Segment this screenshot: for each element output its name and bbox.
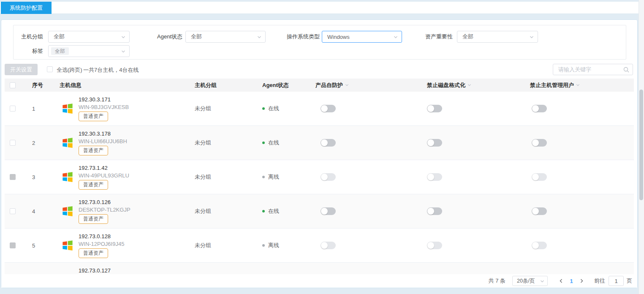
table-header: 序号 主机信息 主机分组 Agent状态 产品自防护 禁止磁盘格式化 禁止主机管…	[5, 79, 634, 92]
toggle-disk-format[interactable]	[427, 105, 442, 112]
chevron-down-icon	[121, 35, 126, 40]
chevron-down-icon[interactable]	[576, 83, 580, 87]
table-row: 5192.73.0.128WIN-12POJ6I9J45普通资产未分组离线	[5, 229, 634, 263]
header-host-info: 主机信息	[60, 82, 82, 89]
toolbar: 开关设置 全选(跨页) 一共7台主机，4台在线	[1, 64, 637, 75]
tag-select[interactable]: 全部	[48, 45, 130, 57]
search-input[interactable]	[553, 64, 633, 75]
select-all-label: 全选(跨页)	[57, 66, 82, 74]
toggle-admin-user[interactable]	[532, 173, 547, 181]
host-name: WIN-9BJ3GVJKESB	[79, 104, 129, 110]
header-index: 序号	[32, 82, 43, 89]
toggle-self-protection[interactable]	[321, 207, 336, 215]
row-index: 5	[32, 242, 35, 249]
chevron-down-icon[interactable]	[345, 83, 349, 87]
row-index: 4	[32, 208, 35, 215]
status-dot	[262, 176, 265, 178]
chevron-left-icon	[559, 278, 564, 283]
table-row: 6192.73.0.127WIN-GACV9QB8QBC普通资产未分组离线	[5, 263, 634, 275]
table-body: 1192.30.3.171WIN-9BJ3GVJKESB普通资产未分组在线219…	[5, 92, 634, 275]
status-dot	[262, 107, 265, 110]
host-group-filter-label: 主机分组	[19, 33, 43, 41]
next-page-button[interactable]	[577, 276, 586, 286]
header-self-protection: 产品自防护	[315, 82, 343, 89]
host-group-select[interactable]: 全部	[48, 31, 130, 43]
toggle-self-protection[interactable]	[321, 242, 336, 249]
asset-importance-filter-label: 资产重要性	[420, 33, 453, 41]
page-size-select[interactable]: 20条/页	[512, 276, 548, 286]
search-icon[interactable]	[623, 66, 630, 73]
select-all-cross-page-checkbox[interactable]	[47, 66, 53, 72]
row-checkbox[interactable]	[10, 140, 16, 146]
host-name: DESKTOP-TL2KGJP	[79, 207, 130, 213]
row-index: 2	[32, 140, 35, 146]
toggle-self-protection[interactable]	[321, 139, 336, 147]
agent-status-select-value: 全部	[191, 33, 202, 41]
table-row: 2192.30.3.178WIN-LUI66UJU6BH普通资产未分组在线	[5, 126, 634, 160]
row-checkbox[interactable]	[10, 106, 16, 112]
asset-type-badge: 普通资产	[79, 248, 108, 258]
page-size-value: 20条/页	[517, 278, 535, 285]
host-group-select-value: 全部	[54, 33, 65, 41]
main-panel: 主机分组 全部 Agent状态 全部 操作系统类型 Windows 资产重要性 …	[1, 19, 638, 288]
host-group: 未分组	[195, 207, 211, 215]
header-host-group: 主机分组	[195, 82, 217, 89]
chevron-down-icon	[121, 49, 126, 54]
agent-status: 在线	[268, 105, 279, 112]
row-checkbox[interactable]	[10, 242, 16, 248]
toggle-disk-format[interactable]	[427, 139, 442, 147]
switch-settings-button[interactable]: 开关设置	[5, 64, 38, 75]
asset-importance-select[interactable]: 全部	[457, 31, 538, 43]
chevron-down-icon	[540, 279, 545, 284]
host-group: 未分组	[195, 173, 211, 181]
goto-page-input[interactable]	[609, 276, 624, 286]
asset-type-badge: 普通资产	[79, 146, 108, 155]
status-dot	[262, 142, 265, 144]
header-disk-format: 禁止磁盘格式化	[427, 82, 465, 89]
host-ip: 192.30.3.178	[79, 131, 127, 137]
select-all-checkbox[interactable]	[10, 82, 16, 88]
agent-status: 在线	[268, 139, 279, 147]
toggle-disk-format[interactable]	[427, 173, 442, 181]
toggle-admin-user[interactable]	[532, 242, 547, 249]
asset-type-badge: 普通资产	[79, 112, 108, 121]
page-number-1[interactable]: 1	[565, 278, 577, 284]
host-group: 未分组	[195, 105, 211, 112]
vertical-scrollbar-track	[639, 0, 644, 294]
filter-panel: 主机分组 全部 Agent状态 全部 操作系统类型 Windows 资产重要性 …	[13, 25, 626, 60]
pagination-total: 共 7 条	[489, 277, 505, 285]
goto-label: 前往	[594, 277, 605, 285]
os-type-select[interactable]: Windows	[322, 31, 402, 43]
table-row: 1192.30.3.171WIN-9BJ3GVJKESB普通资产未分组在线	[5, 92, 634, 126]
toggle-disk-format[interactable]	[427, 207, 442, 215]
agent-status: 在线	[268, 207, 279, 215]
toggle-admin-user[interactable]	[532, 207, 547, 215]
toggle-admin-user[interactable]	[532, 139, 547, 147]
row-checkbox[interactable]	[10, 174, 16, 180]
asset-type-badge: 普通资产	[79, 180, 108, 190]
toggle-disk-format[interactable]	[427, 242, 442, 249]
toggle-self-protection[interactable]	[321, 173, 336, 181]
host-name: WIN-LUI66UJU6BH	[79, 138, 127, 144]
row-checkbox[interactable]	[10, 208, 16, 214]
chevron-down-icon	[529, 35, 534, 40]
os-type-select-value: Windows	[327, 34, 350, 40]
row-index: 1	[32, 106, 35, 112]
chevron-right-icon	[579, 278, 584, 283]
agent-status: 离线	[268, 173, 279, 181]
toggle-admin-user[interactable]	[532, 105, 547, 112]
page-unit-label: 页	[627, 277, 632, 285]
vertical-scrollbar-thumb[interactable]	[639, 90, 643, 200]
prev-page-button[interactable]	[557, 276, 565, 286]
agent-status: 离线	[268, 242, 279, 249]
host-ip: 192.73.0.128	[79, 233, 124, 240]
chevron-down-icon	[257, 35, 262, 40]
table-row: 4192.73.0.126DESKTOP-TL2KGJP普通资产未分组在线	[5, 194, 634, 229]
chevron-down-icon	[393, 35, 398, 40]
toggle-self-protection[interactable]	[321, 105, 336, 112]
windows-icon	[62, 205, 73, 217]
chevron-down-icon[interactable]	[467, 83, 472, 87]
host-ip: 192.73.1.42	[79, 165, 129, 171]
agent-status-select[interactable]: 全部	[185, 31, 266, 43]
tab-system-protection-config[interactable]: 系统防护配置	[1, 2, 52, 14]
